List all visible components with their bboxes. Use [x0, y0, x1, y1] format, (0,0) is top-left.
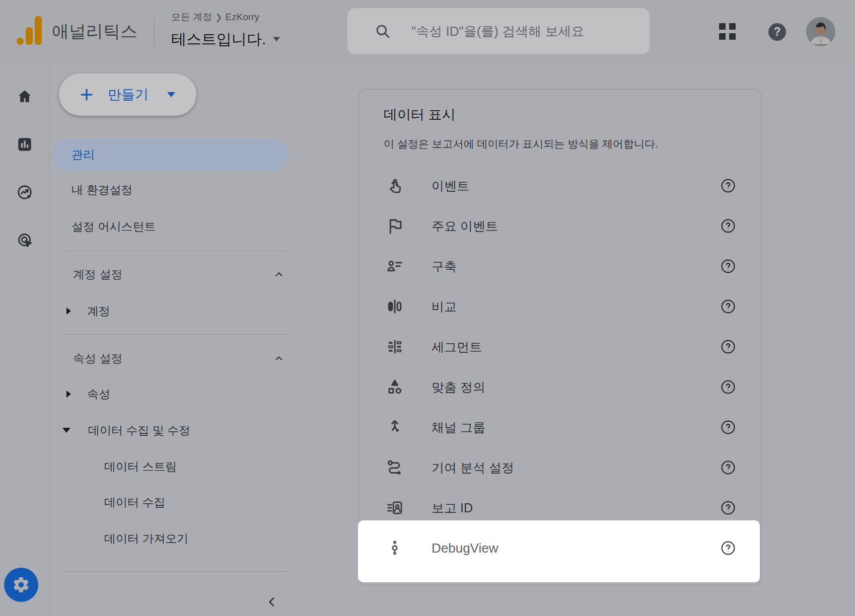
custom-definitions-icon: [385, 377, 404, 397]
sidebar-item-data-streams[interactable]: 데이터 스트림: [104, 459, 177, 475]
sidebar-item-data-collection[interactable]: 데이터 수집: [104, 495, 165, 510]
row-label-segments[interactable]: 세그먼트: [432, 339, 482, 355]
create-button[interactable]: 만들기: [59, 73, 196, 116]
help-button[interactable]: ?: [768, 23, 786, 41]
chevron-up-icon[interactable]: [273, 269, 284, 280]
plus-icon: [79, 87, 94, 102]
search-bar[interactable]: "속성 ID"을(를) 검색해 보세요: [347, 8, 650, 54]
sidebar-item-property[interactable]: 속성: [87, 387, 110, 402]
help-circle-icon[interactable]: [720, 379, 736, 395]
breadcrumb[interactable]: 모든 계정❯EzKorry: [171, 11, 259, 24]
sidebar-item-my-preferences[interactable]: 내 환경설정: [72, 182, 132, 198]
help-circle-icon[interactable]: [720, 419, 736, 435]
property-caret-icon: [273, 37, 280, 42]
avatar-portrait-icon: [806, 17, 835, 46]
help-circle-icon[interactable]: [720, 500, 736, 516]
header-divider: [154, 17, 154, 46]
row-label-custom-definitions[interactable]: 맞춤 정의: [432, 379, 485, 396]
sidebar-item-account[interactable]: 계정: [87, 303, 110, 319]
reports-icon[interactable]: [16, 135, 34, 153]
debugview-icon: [385, 538, 404, 558]
debugview-spotlight: [358, 520, 760, 582]
app-header: 애널리틱스 모든 계정❯EzKorry 테스트입니다. "속성 ID"을(를) …: [0, 0, 855, 63]
breadcrumb-account[interactable]: EzKorry: [226, 12, 260, 22]
sidebar-item-setup-assistant[interactable]: 설정 어시스턴트: [72, 219, 156, 235]
home-icon[interactable]: [16, 88, 34, 106]
sidebar-divider: [64, 334, 289, 335]
section-account-settings-label[interactable]: 계정 설정: [73, 267, 122, 282]
explore-icon[interactable]: [16, 231, 34, 249]
admin-gear-button[interactable]: [4, 568, 38, 602]
help-circle-icon[interactable]: [720, 218, 736, 234]
card-title: 데이터 표시: [384, 106, 456, 124]
gear-icon: [12, 576, 30, 594]
help-circle-icon[interactable]: [720, 540, 736, 556]
row-label-attribution-settings[interactable]: 기여 분석 설정: [432, 459, 514, 476]
rail-divider: [49, 63, 50, 616]
collapse-data-collection-icon[interactable]: [62, 428, 70, 433]
flag-icon: [385, 216, 404, 236]
row-label-key-events[interactable]: 주요 이벤트: [432, 218, 498, 235]
sidebar-item-data-import[interactable]: 데이터 가져오기: [104, 531, 188, 547]
row-label-audiences[interactable]: 구축: [432, 258, 457, 275]
help-circle-icon[interactable]: [720, 178, 736, 194]
data-display-card: [359, 89, 761, 585]
compare-icon: [385, 297, 404, 316]
help-icon: ?: [773, 25, 780, 39]
tap-icon: [385, 176, 404, 195]
brand-title: 애널리틱스: [52, 20, 137, 43]
help-circle-icon[interactable]: [720, 258, 736, 274]
advertising-icon[interactable]: [16, 183, 34, 201]
reporting-id-icon: [385, 498, 404, 517]
chevron-up-icon[interactable]: [273, 353, 284, 364]
breadcrumb-chevron-icon: ❯: [212, 13, 225, 22]
expand-account-icon[interactable]: [66, 307, 71, 315]
card-description: 이 설정은 보고서에 데이터가 표시되는 방식을 제어합니다.: [384, 137, 658, 151]
user-avatar[interactable]: [806, 17, 835, 46]
help-circle-icon[interactable]: [720, 459, 736, 476]
sidebar-divider: [64, 571, 289, 572]
property-switcher[interactable]: 테스트입니다.: [171, 29, 280, 50]
row-label-events[interactable]: 이벤트: [432, 178, 469, 194]
sidebar-item-admin-label[interactable]: 관리: [72, 147, 95, 163]
help-circle-icon[interactable]: [720, 298, 736, 315]
breadcrumb-all-accounts[interactable]: 모든 계정: [171, 12, 212, 22]
search-input[interactable]: "속성 ID"을(를) 검색해 보세요: [411, 23, 584, 40]
row-label-comparisons[interactable]: 비교: [432, 298, 457, 315]
org-links-grid-icon[interactable]: [719, 23, 736, 40]
create-caret-icon[interactable]: [167, 92, 175, 97]
row-label-channel-groups[interactable]: 채널 그룹: [432, 419, 485, 436]
attribution-icon: [385, 458, 404, 477]
section-property-settings-label[interactable]: 속성 설정: [73, 351, 122, 366]
row-label-reporting-identity[interactable]: 보고 ID: [432, 500, 473, 516]
collapse-sidebar-icon[interactable]: [265, 595, 278, 608]
segment-icon: [385, 337, 404, 356]
create-button-label: 만들기: [108, 86, 149, 104]
help-circle-icon[interactable]: [720, 339, 736, 355]
sidebar-item-data-collection-group[interactable]: 데이터 수집 및 수정: [88, 423, 190, 438]
row-label-debugview[interactable]: DebugView: [432, 541, 498, 556]
channel-group-icon: [385, 418, 404, 437]
sidebar-divider: [64, 251, 289, 251]
property-name[interactable]: 테스트입니다.: [171, 29, 266, 50]
audience-icon: [385, 257, 404, 276]
expand-property-icon[interactable]: [66, 391, 71, 398]
ga-admin-page: 애널리틱스 모든 계정❯EzKorry 테스트입니다. "속성 ID"을(를) …: [0, 0, 855, 616]
search-icon: [374, 23, 391, 40]
